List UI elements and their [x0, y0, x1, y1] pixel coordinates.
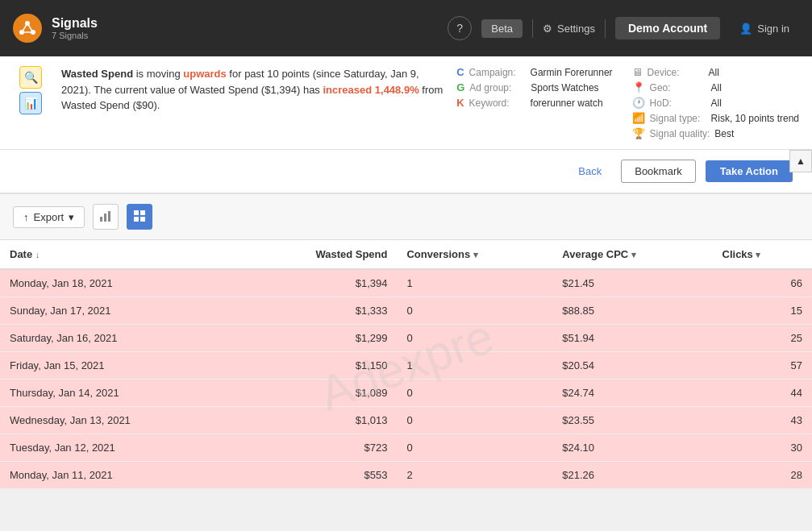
svg-rect-9 [134, 210, 139, 215]
cell-avg-cpc: $88.85 [552, 297, 712, 325]
col-conversions: Conversions ▾ [397, 240, 552, 269]
settings-button[interactable]: ⚙ Settings [532, 19, 606, 38]
signin-icon: 👤 [739, 23, 752, 35]
col-avg-cpc: Average CPC ▾ [552, 240, 712, 269]
cell-conversions: 0 [397, 434, 552, 462]
keyword-row: K Keyword: forerunner watch [456, 97, 612, 109]
data-table: Date ↓ Wasted Spend Conversions ▾ Averag… [0, 240, 812, 489]
device-row: 🖥 Device: All [632, 66, 799, 78]
geo-value: All [711, 82, 722, 93]
cell-wasted-spend: $1,333 [240, 297, 397, 325]
svg-line-3 [22, 23, 27, 32]
adgroup-letter: G [456, 81, 464, 93]
signal-type-icon: 📶 [632, 112, 645, 124]
geo-label: Geo: [650, 82, 706, 93]
header: Signals 7 Signals ? Beta ⚙ Settings Demo… [0, 0, 812, 56]
geo-row: 📍 Geo: All [632, 81, 799, 93]
grid-view-button[interactable] [127, 204, 152, 230]
wasted-spend-label: Wasted Spend [61, 68, 133, 80]
hod-value: All [711, 97, 722, 109]
signin-label: Sign in [757, 23, 789, 35]
export-dropdown-icon: ▾ [69, 211, 74, 223]
cell-clicks: 66 [713, 269, 812, 297]
cell-date: Tuesday, Jan 12, 2021 [0, 434, 240, 462]
cell-date: Friday, Jan 15, 2021 [0, 352, 240, 380]
cell-clicks: 15 [713, 297, 812, 325]
cell-wasted-spend: $1,150 [240, 352, 397, 380]
cell-conversions: 0 [397, 297, 552, 325]
col-wasted-spend-label: Wasted Spend [315, 248, 387, 260]
col-clicks: Clicks ▾ [713, 240, 812, 269]
table-row: Saturday, Jan 16, 2021$1,2990$51.9425 [0, 325, 812, 352]
signal-type-value: Risk, 10 points trend [711, 113, 799, 124]
table-body: Monday, Jan 18, 2021$1,3941$21.4566Sunda… [0, 269, 812, 489]
account-button[interactable]: Demo Account [615, 17, 720, 39]
cell-avg-cpc: $21.45 [552, 269, 712, 297]
help-button[interactable]: ? [448, 16, 472, 40]
adgroup-label: Ad group: [469, 82, 526, 93]
bookmark-button[interactable]: Bookmark [621, 160, 696, 183]
cell-clicks: 28 [713, 462, 812, 489]
cell-conversions: 0 [397, 380, 552, 407]
svg-rect-11 [134, 217, 139, 222]
signal-quality-value: Best [714, 128, 734, 139]
col-clicks-label: Clicks [722, 248, 756, 260]
action-bar: Back Bookmark Take Action ▲ [0, 150, 812, 194]
cell-wasted-spend: $1,299 [240, 325, 397, 352]
cell-date: Monday, Jan 11, 2021 [0, 462, 240, 489]
beta-badge: Beta [481, 19, 523, 38]
chart-view-button[interactable] [93, 204, 119, 230]
svg-rect-10 [140, 210, 145, 215]
col-wasted-spend: Wasted Spend [240, 240, 397, 269]
collapse-button[interactable]: ▲ [789, 150, 812, 172]
cell-wasted-spend: $723 [240, 434, 397, 462]
cell-avg-cpc: $23.55 [552, 407, 712, 434]
signal-details: C Campaign: Garmin Forerunner G Ad group… [456, 66, 799, 139]
settings-label: Settings [557, 23, 595, 35]
device-value: All [709, 67, 719, 78]
settings-icon: ⚙ [543, 23, 552, 35]
signal-quality-label: Signal quality: [650, 128, 710, 139]
signal-icons: 🔍 📊 [13, 66, 48, 139]
hod-label: HoD: [650, 97, 706, 109]
take-action-button[interactable]: Take Action [706, 160, 793, 182]
svg-rect-12 [140, 217, 145, 222]
signal-quality-row: 🏆 Signal quality: Best [632, 127, 799, 139]
export-button[interactable]: ↑ Export ▾ [13, 206, 85, 228]
keyword-letter: K [456, 97, 464, 109]
chart-icon: 📊 [19, 92, 42, 114]
detail-col-right: 🖥 Device: All 📍 Geo: All 🕐 HoD: All 📶 Si… [632, 66, 799, 139]
cell-avg-cpc: $20.54 [552, 352, 712, 380]
geo-icon: 📍 [632, 81, 645, 93]
cell-clicks: 43 [713, 407, 812, 434]
signal-type-row: 📶 Signal type: Risk, 10 points trend [632, 112, 799, 124]
filter-clicks-icon[interactable]: ▾ [756, 250, 760, 259]
cell-wasted-spend: $1,394 [240, 269, 397, 297]
table-row: Thursday, Jan 14, 2021$1,0890$24.7444 [0, 380, 812, 407]
hod-row: 🕐 HoD: All [632, 97, 799, 109]
cell-date: Saturday, Jan 16, 2021 [0, 325, 240, 352]
campaign-value: Garmin Forerunner [531, 67, 613, 78]
campaign-row: C Campaign: Garmin Forerunner [456, 66, 612, 78]
cell-conversions: 1 [397, 352, 552, 380]
svg-line-4 [27, 23, 33, 32]
toolbar: ↑ Export ▾ [0, 194, 812, 240]
cell-clicks: 25 [713, 325, 812, 352]
cell-conversions: 2 [397, 462, 552, 489]
cell-wasted-spend: $1,089 [240, 380, 397, 407]
chart-view-icon [99, 209, 112, 225]
sort-date-icon[interactable]: ↓ [35, 250, 40, 259]
cell-avg-cpc: $51.94 [552, 325, 712, 352]
hod-icon: 🕐 [632, 97, 645, 109]
data-table-container: Adexpre Date ↓ Wasted Spend Conversions … [0, 240, 812, 489]
signin-button[interactable]: 👤 Sign in [730, 19, 799, 38]
signal-text: Wasted Spend is moving upwards for past … [61, 66, 443, 139]
search-icon: 🔍 [19, 66, 42, 89]
cell-date: Sunday, Jan 17, 2021 [0, 297, 240, 325]
cell-wasted-spend: $1,013 [240, 407, 397, 434]
cell-wasted-spend: $553 [240, 462, 397, 489]
filter-avg-cpc-icon[interactable]: ▾ [631, 250, 636, 259]
back-button[interactable]: Back [568, 160, 611, 182]
table-row: Monday, Jan 18, 2021$1,3941$21.4566 [0, 269, 812, 297]
filter-conversions-icon[interactable]: ▾ [473, 250, 478, 259]
